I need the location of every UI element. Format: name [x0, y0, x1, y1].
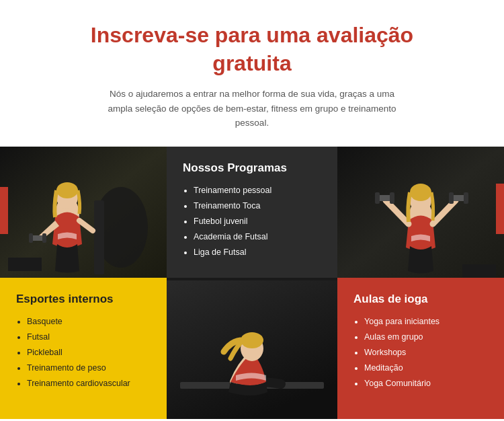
list-item: Aulas em grupo — [364, 330, 488, 345]
list-item: Yoga Comunitário — [364, 376, 488, 391]
list-item: Pickleball — [27, 345, 151, 360]
list-item: Futsal — [27, 330, 151, 345]
list-item: Workshops — [364, 345, 488, 360]
list-item: Liga de Futsal — [194, 245, 321, 260]
list-item: Treinamento de peso — [27, 360, 151, 376]
list-item: Basquete — [27, 314, 151, 330]
list-item: Yoga para iniciantes — [364, 314, 488, 330]
svg-rect-18 — [449, 192, 454, 204]
list-item: Academia de Futsal — [194, 229, 321, 245]
svg-rect-15 — [375, 192, 380, 204]
sports-title: Esportes internos — [16, 293, 151, 306]
svg-rect-16 — [390, 192, 394, 204]
list-item: Treinamento cardiovascular — [27, 376, 151, 391]
svg-rect-10 — [0, 187, 8, 234]
gym-illustration-left — [0, 147, 167, 278]
svg-rect-22 — [496, 184, 504, 234]
programs-title: Nossos Programas — [183, 161, 321, 175]
programs-list: Treinamento pessoal Treinamento Toca Fut… — [183, 183, 321, 261]
yoga-panel: Aulas de ioga Yoga para iniciantes Aulas… — [337, 278, 504, 419]
header-section: Inscreva-se para uma avaliação gratuita … — [0, 0, 504, 147]
yoga-title: Aulas de ioga — [353, 293, 488, 306]
svg-rect-6 — [29, 233, 33, 243]
svg-rect-7 — [42, 233, 46, 243]
gym-illustration-right — [337, 147, 504, 278]
list-item: Treinamento pessoal — [194, 183, 321, 198]
svg-rect-3 — [94, 200, 104, 274]
main-grid: Nossos Programas Treinamento pessoal Tre… — [0, 147, 504, 419]
sports-panel: Esportes internos Basquete Futsal Pickle… — [0, 278, 167, 419]
page-subtitle: Nós o ajudaremos a entrar na melhor form… — [97, 87, 407, 130]
programs-panel: Nossos Programas Treinamento pessoal Tre… — [167, 147, 337, 278]
sports-list: Basquete Futsal Pickleball Treinamento d… — [16, 314, 151, 392]
svg-rect-28 — [167, 278, 337, 280]
image-right — [337, 147, 504, 278]
list-item: Meditação — [364, 360, 488, 376]
svg-point-9 — [56, 182, 78, 198]
svg-rect-19 — [464, 192, 468, 204]
gym-illustration-bottom — [167, 278, 337, 419]
list-item: Treinamento Toca — [194, 198, 321, 214]
image-left — [0, 147, 167, 278]
svg-rect-23 — [462, 264, 496, 278]
image-bottom — [167, 278, 337, 419]
page-title: Inscreva-se para uma avaliação gratuita — [81, 22, 423, 77]
yoga-list: Yoga para iniciantes Aulas em grupo Work… — [353, 314, 488, 392]
svg-rect-11 — [8, 258, 42, 271]
list-item: Futebol juvenil — [194, 214, 321, 229]
svg-point-21 — [410, 184, 431, 201]
